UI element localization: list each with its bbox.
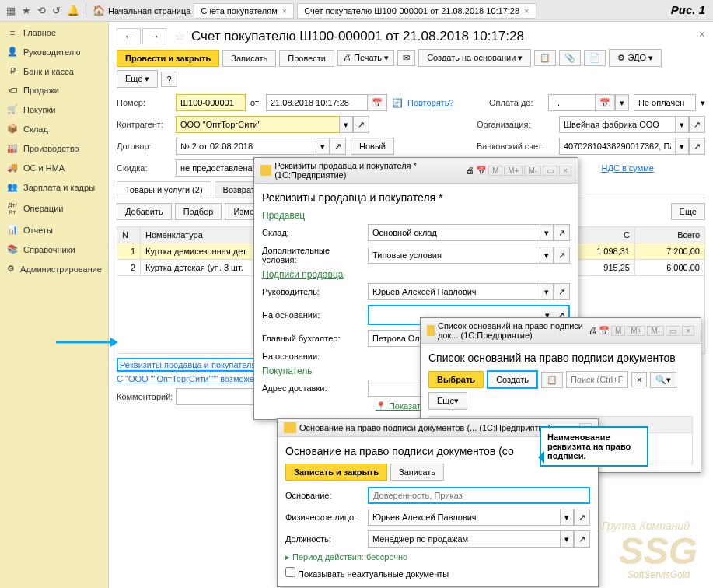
sidebar-salary[interactable]: 👥Зарплата и кадры <box>0 177 108 197</box>
seller-buyer-link[interactable]: Реквизиты продавца и покупателя <box>117 358 259 372</box>
bell-icon[interactable]: 🔔 <box>67 5 79 16</box>
new-contract-button[interactable]: Новый <box>351 138 394 155</box>
post-close-button[interactable]: Провести и закрыть <box>117 50 219 67</box>
help-icon[interactable]: ? <box>161 72 177 87</box>
home-label[interactable]: Начальная страница <box>108 6 190 16</box>
report-icon[interactable]: 📋 <box>534 50 556 66</box>
modal-titlebar[interactable]: Реквизиты продавца и покупателя * (1С:Пр… <box>254 158 578 184</box>
sidebar-production[interactable]: 🏭Производство <box>0 138 108 158</box>
modal-titlebar[interactable]: Список оснований на право подписи док...… <box>421 318 701 344</box>
search-icon[interactable]: 🔍▾ <box>650 372 676 388</box>
more-button[interactable]: Еще ▾ <box>117 70 158 88</box>
figure-label: Рис. 1 <box>671 3 705 16</box>
period-label: ▸ Период действия: бессрочно <box>285 552 590 562</box>
sidebar-reports[interactable]: 📊Отчеты <box>0 220 108 240</box>
sidebar-purchases[interactable]: 🛒Покупки <box>0 100 108 119</box>
extra-input[interactable] <box>368 247 540 264</box>
top-toolbar: ▦ ★ ⟲ ↺ 🔔 🏠 Начальная страница Счета пок… <box>0 0 713 22</box>
more-button[interactable]: Еще <box>671 203 705 220</box>
save-close-button[interactable]: Записать и закрыть <box>285 464 387 481</box>
forward-button[interactable]: → <box>142 28 166 44</box>
calendar-icon[interactable]: 📅 <box>367 94 387 111</box>
minimize-icon[interactable]: ▭ <box>666 326 680 336</box>
head-input[interactable] <box>368 283 540 300</box>
contract-input[interactable] <box>176 138 316 155</box>
select-button[interactable]: Выбрать <box>428 371 484 388</box>
sidebar-manager[interactable]: 👤Руководителю <box>0 42 108 61</box>
back-button[interactable]: ← <box>117 28 141 44</box>
add-row-button[interactable]: Добавить <box>117 203 172 220</box>
sidebar-bank[interactable]: ₽Банк и касса <box>0 61 108 81</box>
star-icon[interactable]: ★ <box>22 5 31 16</box>
close-icon[interactable]: × <box>282 6 287 16</box>
watermark: SSG <box>619 530 697 572</box>
pin-icon[interactable]: ↺ <box>52 5 61 16</box>
org-label: Организация: <box>477 120 554 129</box>
sidebar-warehouse[interactable]: 📦Склад <box>0 119 108 138</box>
repeat-link[interactable]: Повторять? <box>407 98 454 107</box>
date-label: от: <box>250 98 261 107</box>
counterparty-input[interactable] <box>176 116 339 133</box>
edo-button[interactable]: ⚙ ЭДО ▾ <box>609 49 662 67</box>
date-input[interactable] <box>266 94 367 111</box>
org-input[interactable] <box>559 116 675 133</box>
close-icon[interactable]: × <box>699 28 705 40</box>
favorite-icon[interactable]: ☆ <box>174 29 185 44</box>
refresh-icon[interactable]: 🔄 <box>392 98 403 108</box>
attach-icon[interactable]: 📎 <box>559 50 581 66</box>
create-based-button[interactable]: Создать на основании ▾ <box>418 49 531 67</box>
vat-link[interactable]: НДС в сумме <box>602 163 654 173</box>
open-icon[interactable]: ↗ <box>330 138 346 155</box>
post-button[interactable]: Провести <box>279 50 334 67</box>
basis-input[interactable] <box>368 487 590 504</box>
app-icon <box>284 422 296 433</box>
sidebar-main[interactable]: ≡Главное <box>0 23 108 42</box>
tab-current-invoice[interactable]: Счет покупателю Ш100-000001 от 21.08.201… <box>297 3 536 19</box>
save-button[interactable]: Записать <box>390 464 444 481</box>
close-icon[interactable]: × <box>524 6 529 16</box>
position-input[interactable] <box>368 530 560 548</box>
menu-icon: ≡ <box>6 28 19 37</box>
print-icon[interactable]: 🖨 <box>466 166 474 176</box>
home-icon[interactable]: 🏠 <box>93 5 105 16</box>
calendar-icon[interactable]: 📅 <box>595 94 615 111</box>
mail-icon[interactable]: ✉ <box>397 50 415 66</box>
page-title: Счет покупателю Ш100-000001 от 21.08.201… <box>191 29 524 44</box>
bank-input[interactable] <box>559 138 675 155</box>
annotation-arrow <box>56 336 118 348</box>
search-input[interactable] <box>566 371 628 388</box>
open-icon[interactable]: ↗ <box>353 116 369 133</box>
apps-icon[interactable]: ▦ <box>6 5 16 16</box>
close-icon[interactable]: × <box>682 326 694 336</box>
pay-until-input[interactable] <box>548 94 595 111</box>
sidebar-sales[interactable]: 🏷Продажи <box>0 81 108 100</box>
comment-input[interactable] <box>176 388 253 405</box>
pick-button[interactable]: Подбор <box>175 203 222 220</box>
tab-goods[interactable]: Товары и услуги (2) <box>117 181 211 198</box>
tab-invoices[interactable]: Счета покупателям × <box>194 3 294 19</box>
create-button[interactable]: Создать <box>487 370 538 389</box>
show-inactive-checkbox[interactable] <box>285 567 295 577</box>
template-icon[interactable]: 📄 <box>584 50 606 66</box>
save-button[interactable]: Записать <box>222 50 276 67</box>
print-button[interactable]: 🖨 Печать ▾ <box>337 50 394 66</box>
sidebar-assets[interactable]: 🚚ОС и НМА <box>0 158 108 177</box>
warehouse-input[interactable] <box>368 224 540 241</box>
open-icon[interactable]: ↗ <box>689 138 705 155</box>
person-input[interactable] <box>368 509 560 526</box>
minimize-icon[interactable]: ▭ <box>543 166 557 176</box>
close-icon[interactable]: × <box>559 166 571 176</box>
sidebar-catalogs[interactable]: 📚Справочники <box>0 240 108 259</box>
calc-icon[interactable]: 📅 <box>476 166 487 176</box>
pay-status-input[interactable] <box>634 94 696 111</box>
number-input[interactable] <box>176 94 246 111</box>
copy-icon[interactable]: 📋 <box>541 372 563 388</box>
open-icon[interactable]: ↗ <box>689 116 705 133</box>
watermark-sub: SoftServisGold <box>627 569 690 580</box>
more-button[interactable]: Еще▾ <box>428 392 467 410</box>
sidebar-operations[interactable]: Дт/КтОперации <box>0 197 108 220</box>
sidebar-admin[interactable]: ⚙Администрирование <box>0 259 108 278</box>
history-icon[interactable]: ⟲ <box>37 5 46 16</box>
clear-icon[interactable]: × <box>631 372 647 387</box>
counterparty-label: Контрагент: <box>117 120 171 129</box>
